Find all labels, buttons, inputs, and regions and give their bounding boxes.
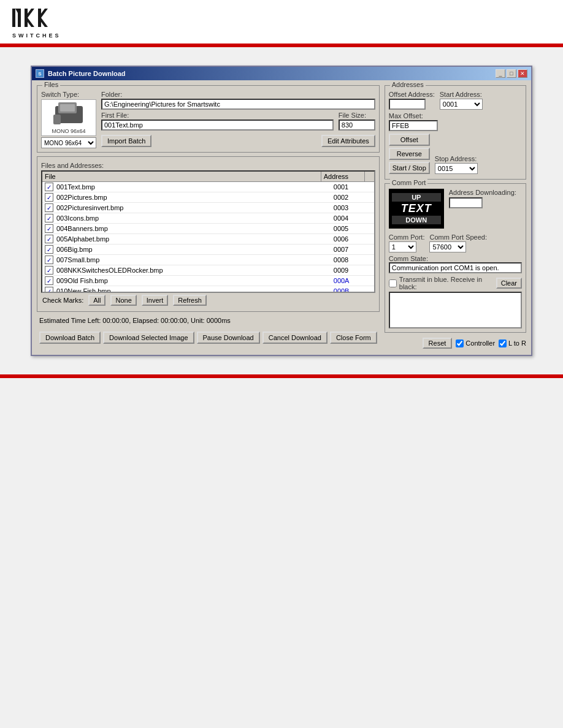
- row-checkbox[interactable]: [45, 287, 53, 292]
- address-cell: 0005: [331, 224, 374, 233]
- row-checkbox[interactable]: [45, 276, 53, 285]
- reverse-button[interactable]: Reverse: [389, 148, 430, 160]
- none-button[interactable]: None: [110, 295, 136, 306]
- reset-button[interactable]: Reset: [423, 338, 453, 349]
- table-scroll[interactable]: 001Text.bmp 0001 002Pictures.bmp 0002 00…: [42, 182, 374, 292]
- row-checkbox[interactable]: [45, 193, 53, 202]
- file-cell: 002Picturesinvert.bmp: [42, 203, 331, 213]
- window-title-area: S Batch Picture Download: [36, 69, 126, 78]
- comm-speed-col: Comm Port Speed: 57600: [429, 233, 487, 252]
- file-name: 002Picturesinvert.bmp: [56, 204, 123, 211]
- comm-speed-select[interactable]: 57600: [429, 241, 466, 252]
- l-to-r-check[interactable]: L to R: [499, 339, 526, 347]
- offset-address-label: Offset Address:: [389, 91, 435, 98]
- table-row[interactable]: 010New Fish.bmp 000B: [42, 286, 374, 292]
- table-row[interactable]: 002Pictures.bmp 0002: [42, 192, 374, 203]
- row-checkbox[interactable]: [45, 245, 53, 254]
- comm-port-select[interactable]: 1: [389, 241, 416, 252]
- all-button[interactable]: All: [88, 295, 105, 306]
- folder-label: Folder:: [101, 91, 375, 98]
- addresses-group: Addresses Offset Address: Start Address:…: [385, 85, 526, 180]
- table-row[interactable]: 005Alphabet.bmp 0006: [42, 234, 374, 245]
- svg-rect-12: [60, 104, 75, 112]
- close-form-button[interactable]: Close Form: [330, 332, 377, 344]
- controller-check[interactable]: Controller: [456, 339, 495, 347]
- import-batch-button[interactable]: Import Batch: [101, 135, 151, 147]
- address-downloading-input[interactable]: [449, 197, 483, 208]
- start-stop-button[interactable]: Start / Stop: [389, 162, 430, 174]
- file-name: 009Old Fish.bmp: [56, 277, 108, 284]
- table-row[interactable]: 002Picturesinvert.bmp 0003: [42, 203, 374, 213]
- comm-state-label: Comm State:: [389, 255, 428, 262]
- comm-display-row: UP TEXT DOWN Address Downloading:: [389, 189, 522, 231]
- comm-port-num-col: Comm Port: 1: [389, 233, 425, 252]
- row-checkbox[interactable]: [45, 214, 53, 222]
- offset-address-input[interactable]: [389, 99, 426, 110]
- switch-image-box: MONO 96x64: [41, 99, 96, 136]
- refresh-button[interactable]: Refresh: [173, 295, 207, 306]
- download-selected-button[interactable]: Download Selected Image: [103, 332, 194, 344]
- addresses-label: Addresses: [390, 81, 426, 88]
- file-cell: 010New Fish.bmp: [42, 286, 331, 292]
- table-row[interactable]: 001Text.bmp 0001: [42, 182, 374, 192]
- row-checkbox[interactable]: [45, 183, 53, 191]
- window-icon: S: [36, 69, 44, 78]
- comm-down: DOWN: [392, 216, 441, 224]
- max-offset-input[interactable]: [389, 120, 438, 131]
- file-size-col: File Size:: [339, 112, 375, 131]
- files-addresses-label: Files and Addresses:: [41, 162, 375, 169]
- row-checkbox[interactable]: [45, 266, 53, 275]
- download-batch-button[interactable]: Download Batch: [39, 332, 101, 344]
- address-cell: 0007: [331, 245, 374, 254]
- window-body: Files Switch Type:: [32, 80, 531, 355]
- file-size-label: File Size:: [339, 112, 375, 119]
- file-size-input[interactable]: [339, 119, 375, 131]
- stop-address-select[interactable]: 0015: [435, 163, 478, 174]
- row-checkbox[interactable]: [45, 224, 53, 233]
- comm-up: UP: [392, 193, 441, 202]
- comm-port-group: Comm Port UP TEXT DOWN Address Downloadi…: [385, 183, 526, 333]
- comm-state-input[interactable]: [389, 262, 522, 273]
- address-cell: 0008: [331, 256, 374, 264]
- cancel-download-button[interactable]: Cancel Download: [262, 332, 327, 344]
- file-name: 005Alphabet.bmp: [56, 235, 109, 243]
- first-file-input[interactable]: [101, 119, 334, 131]
- file-size-row: First File: File Size:: [101, 112, 375, 131]
- address-cell: 000A: [331, 276, 374, 285]
- table-row[interactable]: 008NKKSwitchesOLEDRocker.bmp 0009: [42, 265, 374, 276]
- row-checkbox[interactable]: [45, 256, 53, 264]
- window-title: Batch Picture Download: [48, 70, 126, 77]
- file-cell: 007Small.bmp: [42, 255, 331, 265]
- comm-addr-col: Address Downloading:: [449, 189, 516, 208]
- pause-download-button[interactable]: Pause Download: [197, 332, 260, 344]
- col-address: Address: [321, 172, 364, 181]
- table-row[interactable]: 009Old Fish.bmp 000A: [42, 276, 374, 286]
- clear-button[interactable]: Clear: [496, 278, 522, 289]
- address-cell: 0004: [331, 214, 374, 222]
- offset-button[interactable]: Offset: [389, 134, 430, 146]
- edit-attributes-button[interactable]: Edit Attributes: [321, 135, 375, 147]
- close-button[interactable]: ✕: [518, 69, 527, 78]
- row-checkbox[interactable]: [45, 203, 53, 212]
- table-header: File Address: [42, 172, 374, 182]
- minimize-button[interactable]: _: [496, 69, 505, 78]
- files-table: File Address 001Text.bmp 0001 00: [41, 170, 375, 293]
- table-row[interactable]: 003Icons.bmp 0004: [42, 213, 374, 224]
- table-row[interactable]: 007Small.bmp 0008: [42, 255, 374, 265]
- window-controls[interactable]: _ □ ✕: [496, 69, 527, 78]
- row-checkbox[interactable]: [45, 235, 53, 243]
- maximize-button[interactable]: □: [507, 69, 516, 78]
- comm-text: TEXT: [401, 202, 432, 215]
- switch-graphic: [52, 101, 86, 127]
- transmit-area[interactable]: [389, 292, 522, 328]
- folder-input[interactable]: [101, 99, 375, 110]
- switch-type-dropdown[interactable]: MONO 96x64: [41, 137, 96, 148]
- files-group-label: Files: [42, 81, 60, 88]
- table-row[interactable]: 006Big.bmp 0007: [42, 245, 374, 255]
- comm-state-row: Comm State:: [389, 255, 522, 273]
- transmit-checkbox[interactable]: [389, 279, 397, 287]
- table-row[interactable]: 004Banners.bmp 0005: [42, 224, 374, 234]
- start-address-select[interactable]: 0001: [440, 99, 483, 110]
- left-panel: Files Switch Type:: [37, 85, 380, 350]
- invert-button[interactable]: Invert: [142, 295, 169, 306]
